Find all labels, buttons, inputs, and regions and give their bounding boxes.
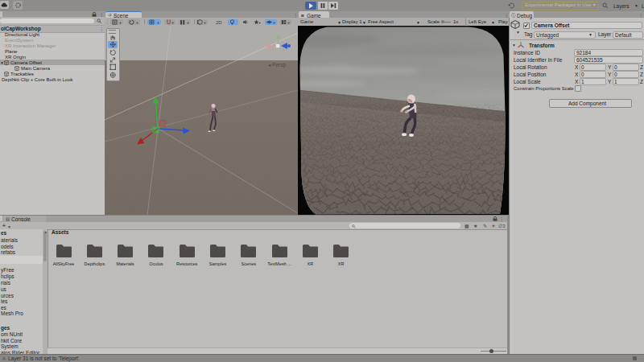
svg-text:◂ Persp: ◂ Persp [268, 62, 286, 68]
